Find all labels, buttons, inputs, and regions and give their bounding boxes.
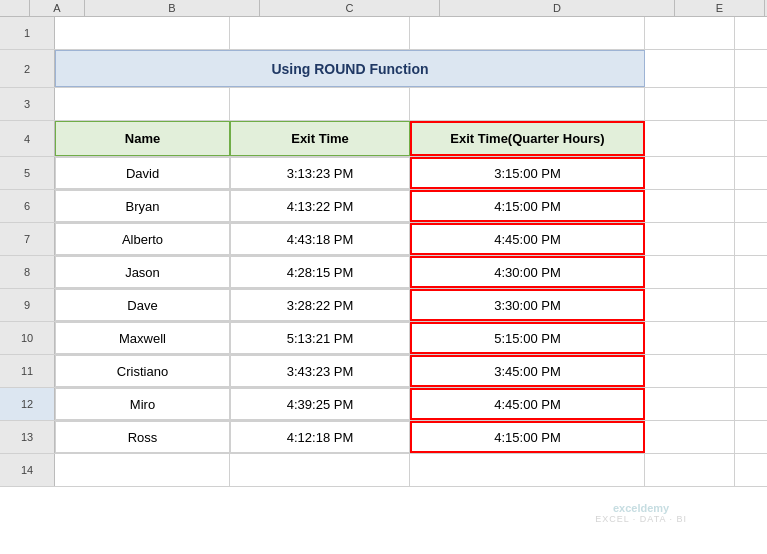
row-10: 10Maxwell5:13:21 PM5:15:00 PM [0, 322, 767, 355]
cell-exit-time-9[interactable]: 3:28:22 PM [230, 289, 410, 321]
row-num-5: 5 [0, 157, 55, 189]
cell-name-5[interactable]: David [55, 157, 230, 189]
cell-e-11[interactable] [645, 355, 735, 387]
cell-e-6[interactable] [645, 190, 735, 222]
row-1: 1 [0, 17, 767, 50]
row-5: 5David3:13:23 PM3:15:00 PM [0, 157, 767, 190]
cell-e-7[interactable] [645, 223, 735, 255]
spreadsheet: A B C D E 1 2 Using ROUND Function 3 4 N… [0, 0, 767, 554]
cell-name-11[interactable]: Cristiano [55, 355, 230, 387]
cell-exit-time-quarter-9[interactable]: 3:30:00 PM [410, 289, 645, 321]
row-num-10: 10 [0, 322, 55, 354]
cell-d3[interactable] [410, 88, 645, 120]
row-num-13: 13 [0, 421, 55, 453]
cell-name-8[interactable]: Jason [55, 256, 230, 288]
cell-name-9[interactable]: Dave [55, 289, 230, 321]
cell-e3[interactable] [645, 88, 735, 120]
row-num-6: 6 [0, 190, 55, 222]
row-13: 13Ross4:12:18 PM4:15:00 PM [0, 421, 767, 454]
header-exit-time-quarter: Exit Time(Quarter Hours) [410, 121, 645, 156]
row-num-7: 7 [0, 223, 55, 255]
cell-exit-time-6[interactable]: 4:13:22 PM [230, 190, 410, 222]
row-2: 2 Using ROUND Function [0, 50, 767, 88]
cell-exit-time-13[interactable]: 4:12:18 PM [230, 421, 410, 453]
row-11: 11Cristiano3:43:23 PM3:45:00 PM [0, 355, 767, 388]
row-num-14: 14 [0, 454, 55, 486]
watermark: exceldemy EXCEL · DATA · BI [595, 502, 687, 524]
cell-exit-time-quarter-6[interactable]: 4:15:00 PM [410, 190, 645, 222]
row-num-9: 9 [0, 289, 55, 321]
cell-name-13[interactable]: Ross [55, 421, 230, 453]
cell-e1[interactable] [645, 17, 735, 49]
cell-e-13[interactable] [645, 421, 735, 453]
data-rows: 5David3:13:23 PM3:15:00 PM6Bryan4:13:22 … [0, 157, 767, 454]
row-8: 8Jason4:28:15 PM4:30:00 PM [0, 256, 767, 289]
col-header-e[interactable]: E [675, 0, 765, 16]
row-num-4: 4 [0, 121, 55, 156]
row-num-11: 11 [0, 355, 55, 387]
cell-e4[interactable] [645, 121, 735, 156]
cell-c14[interactable] [230, 454, 410, 486]
header-exit-time: Exit Time [230, 121, 410, 156]
cell-b1[interactable] [55, 17, 230, 49]
cell-b3[interactable] [55, 88, 230, 120]
header-name: Name [55, 121, 230, 156]
col-header-d[interactable]: D [440, 0, 675, 16]
cell-e-5[interactable] [645, 157, 735, 189]
cell-name-12[interactable]: Miro [55, 388, 230, 420]
cell-exit-time-quarter-10[interactable]: 5:15:00 PM [410, 322, 645, 354]
title-cell: Using ROUND Function [55, 50, 645, 87]
col-header-b[interactable]: B [85, 0, 260, 16]
cell-e-12[interactable] [645, 388, 735, 420]
row-7: 7Alberto4:43:18 PM4:45:00 PM [0, 223, 767, 256]
row-14: 14 [0, 454, 767, 487]
corner-cell [0, 0, 30, 16]
cell-b14[interactable] [55, 454, 230, 486]
row-9: 9Dave3:28:22 PM3:30:00 PM [0, 289, 767, 322]
cell-name-7[interactable]: Alberto [55, 223, 230, 255]
column-headers: A B C D E [0, 0, 767, 17]
row-num-12: 12 [0, 388, 55, 420]
cell-exit-time-10[interactable]: 5:13:21 PM [230, 322, 410, 354]
cell-exit-time-quarter-8[interactable]: 4:30:00 PM [410, 256, 645, 288]
row-num-3: 3 [0, 88, 55, 120]
cell-d1[interactable] [410, 17, 645, 49]
cell-e2[interactable] [645, 50, 735, 87]
cell-exit-time-8[interactable]: 4:28:15 PM [230, 256, 410, 288]
col-header-a[interactable]: A [30, 0, 85, 16]
cell-e-9[interactable] [645, 289, 735, 321]
row-num-1: 1 [0, 17, 55, 49]
cell-exit-time-quarter-13[interactable]: 4:15:00 PM [410, 421, 645, 453]
cell-exit-time-11[interactable]: 3:43:23 PM [230, 355, 410, 387]
cell-exit-time-quarter-7[interactable]: 4:45:00 PM [410, 223, 645, 255]
cell-e-10[interactable] [645, 322, 735, 354]
row-12: 12Miro4:39:25 PM4:45:00 PM [0, 388, 767, 421]
row-4: 4 Name Exit Time Exit Time(Quarter Hours… [0, 121, 767, 157]
spreadsheet-title: Using ROUND Function [271, 61, 428, 77]
cell-e14[interactable] [645, 454, 735, 486]
cell-exit-time-7[interactable]: 4:43:18 PM [230, 223, 410, 255]
cell-d14[interactable] [410, 454, 645, 486]
col-header-c[interactable]: C [260, 0, 440, 16]
row-num-2: 2 [0, 50, 55, 87]
cell-c1[interactable] [230, 17, 410, 49]
cell-name-10[interactable]: Maxwell [55, 322, 230, 354]
row-num-8: 8 [0, 256, 55, 288]
cell-exit-time-quarter-5[interactable]: 3:15:00 PM [410, 157, 645, 189]
cell-exit-time-quarter-12[interactable]: 4:45:00 PM [410, 388, 645, 420]
cell-exit-time-12[interactable]: 4:39:25 PM [230, 388, 410, 420]
cell-exit-time-5[interactable]: 3:13:23 PM [230, 157, 410, 189]
cell-c3[interactable] [230, 88, 410, 120]
cell-name-6[interactable]: Bryan [55, 190, 230, 222]
cell-e-8[interactable] [645, 256, 735, 288]
row-6: 6Bryan4:13:22 PM4:15:00 PM [0, 190, 767, 223]
row-3: 3 [0, 88, 767, 121]
cell-exit-time-quarter-11[interactable]: 3:45:00 PM [410, 355, 645, 387]
